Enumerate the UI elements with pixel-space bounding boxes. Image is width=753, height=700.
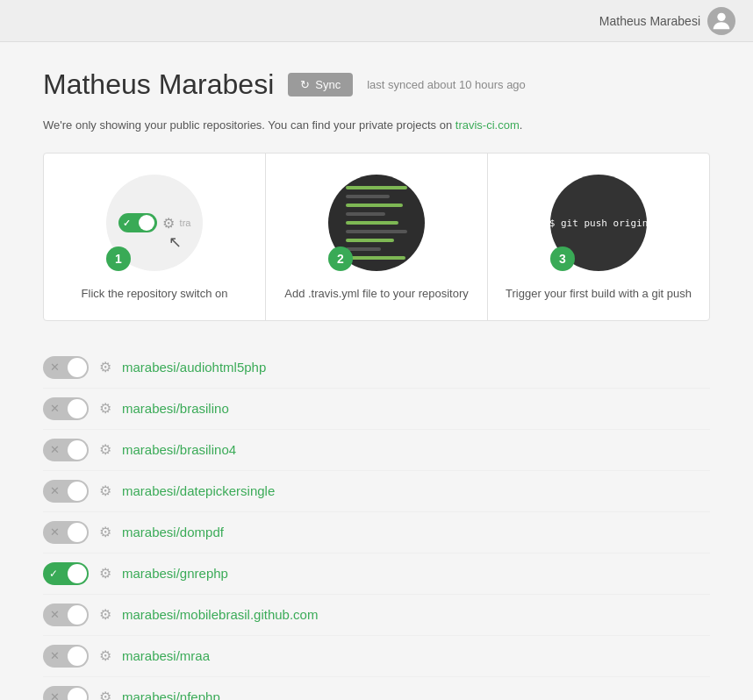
repo-settings-button-6[interactable]: ⚙ <box>99 606 111 623</box>
repo-name-2[interactable]: marabesi/brasilino4 <box>122 442 710 457</box>
repo-row: ✕ ⚙ marabesi/datepickersingle <box>43 471 710 512</box>
x-icon: ✕ <box>50 443 60 456</box>
toggle-knob <box>68 523 87 542</box>
repo-toggle-1[interactable]: ✕ <box>43 397 89 420</box>
repo-settings-button-7[interactable]: ⚙ <box>99 647 111 664</box>
avatar <box>707 7 735 35</box>
repo-row: ✕ ⚙ marabesi/mobilebrasil.github.com <box>43 595 710 636</box>
toggle-knob <box>68 440 87 460</box>
cursor-icon: ↖ <box>169 232 182 252</box>
svg-point-0 <box>717 12 725 20</box>
x-icon: ✕ <box>50 608 60 621</box>
info-suffix: . <box>520 118 523 132</box>
x-icon: ✕ <box>50 402 60 415</box>
check-icon: ✓ <box>49 568 58 580</box>
repo-row: ✕ ⚙ marabesi/dompdf <box>43 512 710 554</box>
step-2-image-wrap: 2 <box>328 175 425 271</box>
repo-name-0[interactable]: marabesi/audiohtml5php <box>122 360 710 375</box>
x-icon: ✕ <box>50 649 60 662</box>
step-2: 2 Add .travis.yml file to your repositor… <box>266 154 488 320</box>
code-line <box>346 204 403 207</box>
main-content: Matheus Marabesi ↻ Sync last synced abou… <box>25 42 728 700</box>
x-icon: ✕ <box>50 690 60 700</box>
repo-row: ✕ ⚙ marabesi/nfephp <box>43 677 710 701</box>
header-username: Matheus Marabesi <box>599 14 700 28</box>
code-lines <box>346 184 407 261</box>
repo-toggle-3[interactable]: ✕ <box>43 480 89 503</box>
sync-button[interactable]: ↻ Sync <box>288 73 353 96</box>
x-icon: ✕ <box>50 525 60 539</box>
repo-name-6[interactable]: marabesi/mobilebrasil.github.com <box>122 607 710 622</box>
repo-settings-button-2[interactable]: ⚙ <box>99 441 111 458</box>
repo-settings-button-8[interactable]: ⚙ <box>99 689 111 700</box>
header: Matheus Marabesi <box>0 0 753 42</box>
step-3: $ git push origin 3 Trigger your first b… <box>488 154 709 320</box>
toggle-mock: ✓ ⚙ tra <box>118 213 191 232</box>
repo-name-4[interactable]: marabesi/dompdf <box>122 525 710 539</box>
repo-name-7[interactable]: marabesi/mraa <box>122 648 710 663</box>
code-line <box>346 212 385 216</box>
toggle-knob <box>68 564 87 583</box>
header-user: Matheus Marabesi <box>599 7 735 35</box>
repo-settings-button-1[interactable]: ⚙ <box>99 400 111 417</box>
repo-settings-button-3[interactable]: ⚙ <box>99 482 111 499</box>
toggle-on-example: ✓ <box>118 213 157 232</box>
repo-settings-button-5[interactable]: ⚙ <box>99 565 111 582</box>
gear-example-icon: ⚙ <box>162 215 175 232</box>
step-1: ✓ ⚙ tra ↖ 1 Flick the repository switch … <box>44 154 266 320</box>
step-1-badge: 1 <box>106 246 131 271</box>
step-3-text: Trigger your first build with a git push <box>506 285 692 303</box>
repo-toggle-5[interactable]: ✓ <box>43 562 89 585</box>
sync-icon: ↻ <box>300 78 310 91</box>
repo-name-8[interactable]: marabesi/nfephp <box>122 689 710 700</box>
sync-label: Sync <box>315 78 341 91</box>
repo-row: ✕ ⚙ marabesi/brasilino4 <box>43 430 710 471</box>
repo-toggle-8[interactable]: ✕ <box>43 686 89 701</box>
info-text: We're only showing your public repositor… <box>43 118 452 132</box>
repo-settings-button-0[interactable]: ⚙ <box>99 359 111 375</box>
step-2-badge: 2 <box>328 246 353 271</box>
step-2-text: Add .travis.yml file to your repository <box>284 285 469 303</box>
toggle-knob <box>68 646 87 666</box>
step-1-text: Flick the repository switch on <box>82 285 228 303</box>
repo-toggle-4[interactable]: ✕ <box>43 521 89 544</box>
repo-toggle-7[interactable]: ✕ <box>43 645 89 668</box>
repo-toggle-2[interactable]: ✕ <box>43 439 89 461</box>
step-3-badge: 3 <box>550 246 575 271</box>
travis-ci-link[interactable]: travis-ci.com <box>455 118 520 132</box>
repo-row: ✓ ⚙ marabesi/gnrephp <box>43 554 710 595</box>
toggle-knob <box>68 358 87 377</box>
step-3-image-wrap: $ git push origin 3 <box>550 175 647 271</box>
repo-row: ✕ ⚙ marabesi/mraa <box>43 636 710 677</box>
sync-time: last synced about 10 hours ago <box>367 78 526 91</box>
x-icon: ✕ <box>50 361 60 374</box>
toggle-knob <box>68 399 87 418</box>
code-line <box>346 221 398 225</box>
toggle-knob <box>68 605 87 625</box>
code-line <box>346 230 407 233</box>
code-line <box>346 195 390 198</box>
repo-row: ✕ ⚙ marabesi/audiohtml5php <box>43 347 710 389</box>
repo-toggle-6[interactable]: ✕ <box>43 604 89 626</box>
toggle-knob <box>68 688 87 701</box>
x-icon: ✕ <box>50 484 60 497</box>
repo-row: ✕ ⚙ marabesi/brasilino <box>43 389 710 430</box>
code-line <box>346 256 405 260</box>
info-line: We're only showing your public repositor… <box>43 118 710 132</box>
terminal-command: $ git push origin <box>549 218 649 229</box>
repo-name-5[interactable]: marabesi/gnrephp <box>122 566 710 581</box>
steps-card: ✓ ⚙ tra ↖ 1 Flick the repository switch … <box>43 153 710 321</box>
code-line <box>346 247 381 251</box>
repo-toggle-0[interactable]: ✕ <box>43 356 89 379</box>
toggle-knob <box>68 482 87 501</box>
repo-settings-button-4[interactable]: ⚙ <box>99 524 111 540</box>
code-line <box>346 186 407 189</box>
page-title: Matheus Marabesi <box>43 68 274 101</box>
repo-name-3[interactable]: marabesi/datepickersingle <box>122 483 710 498</box>
repo-list: ✕ ⚙ marabesi/audiohtml5php ✕ ⚙ marabesi/… <box>43 347 710 701</box>
title-row: Matheus Marabesi ↻ Sync last synced abou… <box>43 68 710 101</box>
step-1-image-wrap: ✓ ⚙ tra ↖ 1 <box>106 175 203 271</box>
code-line <box>346 239 394 242</box>
repo-name-1[interactable]: marabesi/brasilino <box>122 401 710 416</box>
